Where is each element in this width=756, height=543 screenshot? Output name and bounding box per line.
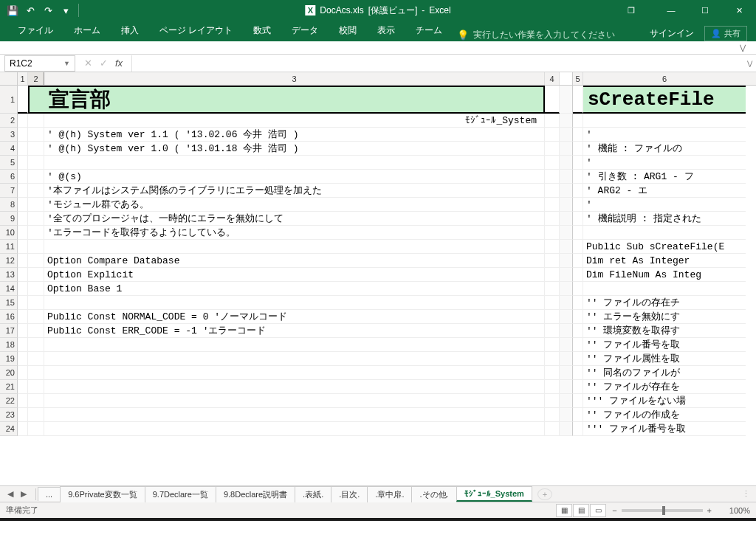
row-header[interactable]: 17 — [0, 324, 18, 338]
cell[interactable] — [545, 254, 560, 268]
split-handle[interactable] — [560, 72, 573, 85]
cell[interactable]: '' ファイル属性を取 — [583, 352, 746, 366]
cell[interactable] — [18, 114, 28, 128]
cell[interactable] — [44, 366, 545, 380]
col-header[interactable]: 1 — [18, 72, 28, 85]
header-right-cell[interactable]: sCreateFile — [583, 86, 746, 114]
row-header[interactable]: 16 — [0, 310, 18, 324]
row-header[interactable]: 21 — [0, 380, 18, 394]
enter-formula-icon[interactable]: ✓ — [100, 58, 108, 69]
tab-insert[interactable]: 挿入 — [111, 20, 149, 41]
tab-layout[interactable]: ページ レイアウト — [149, 20, 243, 41]
cell[interactable] — [18, 324, 28, 338]
col-header[interactable]: 3 — [44, 72, 545, 85]
row-header[interactable]: 7 — [0, 184, 18, 198]
row-header[interactable]: 6 — [0, 170, 18, 184]
cell[interactable] — [28, 296, 44, 310]
cell[interactable] — [28, 268, 44, 282]
cell[interactable] — [573, 338, 583, 352]
cell[interactable]: '本ファイルはシステム関係のライブラリにエラー処理を加えた — [44, 184, 545, 198]
row-header[interactable]: 22 — [0, 394, 18, 408]
cell[interactable] — [18, 184, 28, 198]
cell[interactable] — [18, 86, 28, 114]
maximize-button[interactable]: ☐ — [688, 0, 722, 21]
cell[interactable] — [545, 86, 560, 114]
row-header[interactable]: 20 — [0, 366, 18, 380]
cell[interactable] — [573, 422, 583, 436]
cell[interactable] — [18, 268, 28, 282]
row-header[interactable]: 4 — [0, 142, 18, 156]
cell[interactable]: ' 機能説明 : 指定された — [583, 212, 746, 226]
cell[interactable] — [573, 128, 583, 142]
cell[interactable] — [18, 142, 28, 156]
cell[interactable] — [545, 142, 560, 156]
cell[interactable]: '' エラーを無効にす — [583, 310, 746, 324]
col-header[interactable]: 5 — [573, 72, 583, 85]
cell[interactable] — [28, 142, 44, 156]
row-header[interactable]: 10 — [0, 226, 18, 240]
cell[interactable]: ' — [583, 156, 746, 170]
cell[interactable] — [28, 282, 44, 296]
cell[interactable] — [573, 212, 583, 226]
tab-file[interactable]: ファイル — [7, 20, 63, 41]
cell[interactable]: ''' ファイル番号を取 — [583, 422, 746, 436]
cell[interactable]: '' ファイルが存在を — [583, 380, 746, 394]
cell[interactable] — [44, 156, 545, 170]
cell[interactable] — [573, 282, 583, 296]
cell[interactable] — [28, 86, 44, 114]
row-header[interactable]: 15 — [0, 296, 18, 310]
cell[interactable] — [573, 86, 583, 114]
cell[interactable] — [28, 422, 44, 436]
cell[interactable] — [28, 240, 44, 254]
cell[interactable] — [545, 380, 560, 394]
ribbon-display-options-icon[interactable]: ❐ — [614, 0, 648, 21]
sheet-tab[interactable]: 9.6Private変数一覧 — [60, 486, 145, 502]
cell[interactable] — [573, 268, 583, 282]
cell[interactable]: Option Compare Database — [44, 254, 545, 268]
cell[interactable] — [545, 268, 560, 282]
cell[interactable] — [28, 212, 44, 226]
cell[interactable] — [28, 184, 44, 198]
cell[interactable] — [28, 310, 44, 324]
cell[interactable] — [545, 296, 560, 310]
cell[interactable] — [545, 212, 560, 226]
cell[interactable] — [545, 422, 560, 436]
zoom-out-button[interactable]: − — [612, 506, 616, 515]
row-header[interactable]: 23 — [0, 408, 18, 422]
cancel-formula-icon[interactable]: ✕ — [84, 58, 92, 69]
cell[interactable] — [573, 156, 583, 170]
cell[interactable] — [545, 170, 560, 184]
cell[interactable] — [18, 296, 28, 310]
cell[interactable] — [28, 114, 44, 128]
sheet-tab[interactable]: .章中扉. — [367, 486, 412, 502]
cell[interactable] — [573, 226, 583, 240]
cell[interactable] — [28, 128, 44, 142]
cell[interactable] — [28, 254, 44, 268]
cell[interactable]: ' — [583, 128, 746, 142]
cell[interactable]: '全てのプロシージャは、一時的にエラーを無効にして — [44, 212, 545, 226]
cell[interactable] — [573, 310, 583, 324]
cell[interactable]: Dim FileNum As Integ — [583, 268, 746, 282]
close-button[interactable]: ✕ — [722, 0, 756, 21]
tab-view[interactable]: 表示 — [367, 20, 405, 41]
cell[interactable]: ' @(h) System ver 1.1 ( '13.02.06 今井 浩司 … — [44, 128, 545, 142]
cell[interactable] — [44, 296, 545, 310]
cell[interactable] — [18, 226, 28, 240]
cell[interactable] — [573, 170, 583, 184]
minimize-button[interactable]: — — [654, 0, 688, 21]
row-header[interactable]: 9 — [0, 212, 18, 226]
row-header[interactable]: 3 — [0, 128, 18, 142]
row-header[interactable]: 19 — [0, 352, 18, 366]
tab-review[interactable]: 校閲 — [329, 20, 367, 41]
cell[interactable] — [573, 198, 583, 212]
cell[interactable] — [545, 240, 560, 254]
qat-customize-icon[interactable]: ▾ — [58, 2, 74, 18]
cell[interactable] — [44, 394, 545, 408]
cell[interactable]: '' ファイルの存在チ — [583, 296, 746, 310]
add-sheet-icon[interactable]: + — [537, 488, 552, 500]
save-icon[interactable]: 💾 — [4, 2, 21, 18]
cell[interactable] — [573, 184, 583, 198]
cell[interactable] — [545, 324, 560, 338]
cell[interactable] — [18, 352, 28, 366]
cell[interactable] — [28, 198, 44, 212]
